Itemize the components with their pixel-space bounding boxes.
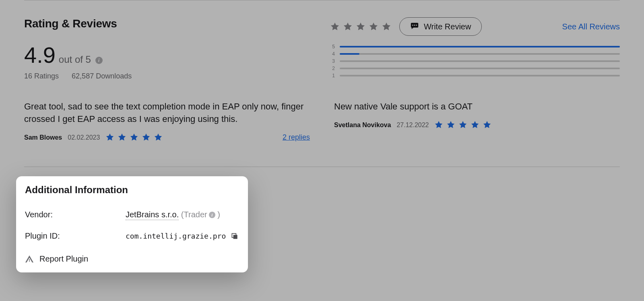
additional-info-title: Additional Information [25, 184, 239, 196]
plugin-id-value: com.intellij.grazie.pro [126, 232, 226, 240]
report-plugin-button[interactable]: Report Plugin [25, 254, 239, 264]
report-plugin-label: Report Plugin [39, 254, 88, 264]
copy-icon[interactable] [231, 232, 239, 240]
plugin-id-label: Plugin ID: [25, 231, 126, 241]
svg-rect-0 [233, 235, 237, 239]
warning-icon [25, 255, 34, 264]
additional-info-popover: Additional Information Vendor: JetBrains… [16, 176, 248, 272]
vendor-link[interactable]: JetBrains s.r.o. [126, 210, 179, 220]
info-icon[interactable]: i [209, 212, 215, 218]
trader-suffix: ) [215, 210, 220, 219]
trader-prefix: (Trader [181, 210, 207, 219]
vendor-label: Vendor: [25, 210, 126, 219]
